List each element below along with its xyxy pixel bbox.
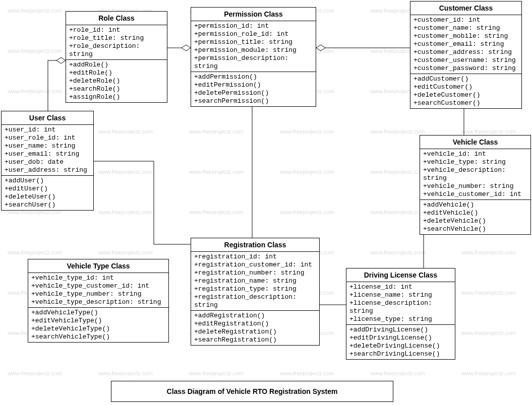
class-ops: +addCustomer()+editCustomer()+deleteCust… [410, 74, 521, 108]
watermark-text: www.freeprojectz.com [371, 370, 425, 376]
class-registration: Registration Class +registration_id: int… [191, 238, 320, 346]
watermark-text: www.freeprojectz.com [280, 209, 334, 215]
class-attrs: +vehicle_type_id: int+vehicle_type_custo… [28, 273, 168, 307]
watermark-text: www.freeprojectz.com [461, 249, 516, 255]
class-title: Registration Class [191, 238, 319, 252]
class-attrs: +license_id: int+license_name: string+li… [346, 282, 455, 324]
class-attrs: +role_id: int+role_title: string+role_de… [66, 25, 167, 59]
class-driving-license: Driving License Class +license_id: int+l… [346, 268, 455, 360]
class-title: Vehicle Type Class [28, 259, 168, 273]
class-attrs: +vehicle_id: int+vehicle_type: string+ve… [420, 149, 530, 199]
class-user: User Class +user_id: int+user_role_id: i… [1, 111, 94, 211]
watermark-text: www.freeprojectz.com [189, 370, 244, 376]
class-title: User Class [2, 111, 93, 125]
class-ops: +addVehicleType()+editVehicleType()+dele… [28, 307, 168, 342]
class-vehicle-type: Vehicle Type Class +vehicle_type_id: int… [28, 259, 169, 343]
watermark-text: www.freeprojectz.com [461, 128, 516, 134]
class-attrs: +customer_id: int+customer_name: string+… [410, 15, 521, 74]
svg-marker-6 [316, 45, 325, 51]
class-title: Vehicle Class [420, 136, 530, 149]
class-ops: +addVehicle()+editVehicle()+deleteVehicl… [420, 199, 530, 234]
svg-marker-2 [56, 57, 66, 63]
svg-marker-4 [182, 45, 191, 51]
class-attrs: +user_id: int+user_role_id: int+user_nam… [2, 125, 93, 175]
class-ops: +addPermission()+editPermission()+delete… [191, 72, 316, 106]
watermark-text: www.freeprojectz.com [371, 128, 425, 134]
watermark-text: www.freeprojectz.com [461, 290, 516, 296]
watermark-text: www.freeprojectz.com [98, 209, 153, 215]
watermark-text: www.freeprojectz.com [8, 249, 62, 255]
watermark-text: www.freeprojectz.com [189, 169, 244, 175]
class-ops: +addRole()+editRole()+deleteRole()+searc… [66, 59, 167, 102]
class-customer: Customer Class +customer_id: int+custome… [410, 1, 522, 109]
class-title: Role Class [66, 12, 167, 25]
class-permission: Permission Class +permission_id: int+per… [191, 7, 316, 107]
class-attrs: +permission_id: int+permission_role_id: … [191, 21, 316, 72]
class-vehicle: Vehicle Class +vehicle_id: int+vehicle_t… [420, 135, 531, 235]
watermark-text: www.freeprojectz.com [371, 249, 425, 255]
watermark-text: www.freeprojectz.com [371, 169, 425, 175]
class-ops: +addRegistration()+editRegistration()+de… [191, 310, 319, 345]
watermark-text: www.freeprojectz.com [371, 209, 425, 215]
class-title: Customer Class [410, 2, 521, 15]
watermark-text: www.freeprojectz.com [98, 249, 153, 255]
watermark-text: www.freeprojectz.com [8, 370, 62, 376]
class-title: Driving License Class [346, 268, 455, 282]
watermark-text: www.freeprojectz.com [280, 169, 334, 175]
watermark-text: www.freeprojectz.com [98, 370, 153, 376]
watermark-text: www.freeprojectz.com [461, 330, 516, 336]
watermark-text: www.freeprojectz.com [98, 169, 153, 175]
watermark-text: www.freeprojectz.com [189, 209, 244, 215]
diagram-caption: Class Diagram of Vehicle RTO Registratio… [111, 381, 393, 402]
watermark-text: www.freeprojectz.com [189, 128, 244, 134]
watermark-text: www.freeprojectz.com [461, 370, 516, 376]
class-attrs: +registration_id: int+registration_custo… [191, 252, 319, 310]
class-title: Permission Class [191, 8, 316, 21]
watermark-text: www.freeprojectz.com [8, 88, 62, 94]
class-role: Role Class +role_id: int+role_title: str… [66, 11, 167, 103]
watermark-text: www.freeprojectz.com [280, 370, 334, 376]
watermark-text: www.freeprojectz.com [8, 48, 62, 54]
class-ops: +addDrivingLicense()+editDrivingLicense(… [346, 324, 455, 359]
class-ops: +addUser()+editUser()+deleteUser()+searc… [2, 175, 93, 210]
watermark-text: www.freeprojectz.com [280, 128, 334, 134]
watermark-text: www.freeprojectz.com [98, 128, 153, 134]
watermark-text: www.freeprojectz.com [8, 8, 62, 14]
